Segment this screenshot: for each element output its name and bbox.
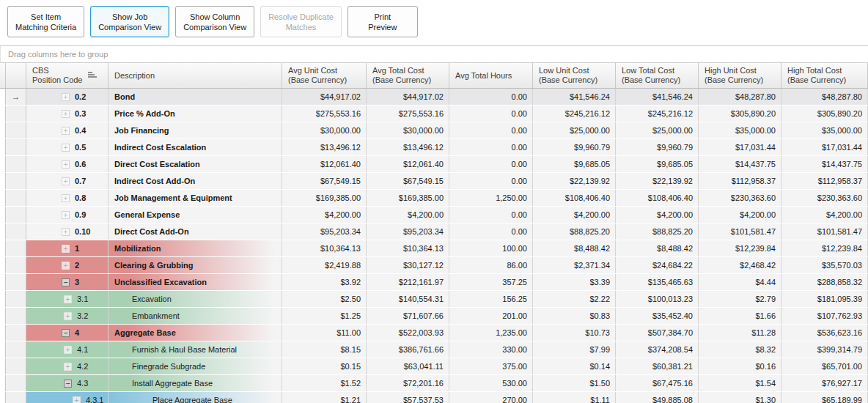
column-header-cbs[interactable]: CBS Position Code	[26, 63, 108, 88]
collapse-icon[interactable]: −	[62, 329, 70, 337]
show-job-comparison-view-button[interactable]: Show Job Comparison View	[90, 6, 169, 37]
row-0.8[interactable]: +0.8Job Management & Equipment$169,385.0…	[0, 190, 868, 207]
value-cell: $2,419.88	[282, 257, 367, 273]
column-header-avg-total-cost[interactable]: Avg Total Cost (Base Currency)	[367, 63, 449, 88]
cbs-position-cell: +0.7	[26, 173, 108, 189]
description-cell: Indirect Cost Escalation	[108, 139, 282, 155]
expand-icon[interactable]: +	[62, 228, 70, 236]
value-cell: $14,437.75	[781, 156, 868, 172]
description-cell: Direct Cost Add-On	[108, 223, 282, 240]
expand-icon[interactable]: +	[62, 194, 70, 202]
value-cell: 0.00	[449, 139, 533, 155]
row-0.9[interactable]: +0.9General Expense$4,200.00$4,200.000.0…	[0, 207, 868, 223]
expand-icon[interactable]: +	[62, 144, 70, 152]
row-indicator-cell	[6, 106, 26, 122]
cbs-position-cell: +3.2	[26, 308, 108, 324]
expand-icon[interactable]: +	[73, 396, 81, 403]
row-4.3.1[interactable]: +4.3.1Place Aggregate Base$1.21$57,537.5…	[0, 392, 868, 403]
value-cell: $67,475.16	[616, 375, 699, 391]
value-cell: $71,607.66	[367, 308, 449, 324]
expand-icon[interactable]: +	[64, 346, 72, 354]
row-4[interactable]: −4Aggregate Base$11.00$522,003.931,235.0…	[0, 325, 868, 341]
expand-icon[interactable]: +	[64, 363, 72, 371]
show-column-comparison-view-button[interactable]: Show Column Comparison View	[175, 6, 254, 37]
value-cell: $107,762.93	[781, 308, 868, 324]
description-cell: Place Aggregate Base	[108, 392, 282, 403]
row-left-strip	[0, 308, 6, 324]
row-4.1[interactable]: +4.1Furnish & Haul Base Material$8.15$38…	[0, 341, 868, 358]
column-header-high-total-cost[interactable]: High Total Cost (Base Currency)	[781, 63, 868, 88]
value-cell: $1.66	[699, 308, 781, 324]
row-left-strip	[0, 392, 6, 403]
column-header-low-unit-cost[interactable]: Low Unit Cost (Base Currency)	[533, 63, 616, 88]
value-cell: $1.50	[533, 375, 616, 391]
row-left-strip	[0, 173, 6, 189]
row-indicator-cell	[6, 308, 26, 324]
expand-icon[interactable]: +	[62, 93, 70, 101]
cbs-position-cell: +0.8	[26, 190, 108, 206]
value-cell: $24,684.22	[616, 257, 699, 273]
cbs-position-cell: +3.1	[26, 291, 108, 307]
expand-icon[interactable]: +	[62, 127, 70, 135]
value-cell: $9,960.79	[616, 139, 699, 155]
value-cell: 201.00	[449, 308, 533, 324]
print-preview-button[interactable]: Print Preview	[347, 6, 418, 37]
set-item-matching-criteria-button[interactable]: Set Item Matching Criteria	[7, 6, 84, 37]
row-left-strip	[0, 223, 6, 240]
expand-icon[interactable]: +	[62, 177, 70, 185]
value-cell: $4,200.00	[367, 207, 449, 223]
row-1[interactable]: +1Mobilization$10,364.13$10,364.13100.00…	[0, 240, 868, 257]
value-cell: $63,041.11	[367, 358, 449, 374]
position-code: 0.7	[75, 177, 86, 185]
collapse-icon[interactable]: −	[64, 380, 72, 388]
row-0.2[interactable]: →+0.2Bond$44,917.02$44,917.020.00$41,546…	[0, 89, 868, 106]
row-2[interactable]: +2Clearing & Grubbing$2,419.88$30,127.12…	[0, 257, 868, 274]
column-header-avg-total-hours[interactable]: Avg Total Hours	[449, 63, 533, 88]
expand-icon[interactable]: +	[62, 110, 70, 118]
cbs-position-cell: +4.2	[26, 358, 108, 374]
row-4.2[interactable]: +4.2Finegrade Subgrade$0.15$63,041.11375…	[0, 358, 868, 375]
value-cell: $8,488.42	[533, 240, 616, 256]
column-header-avg-unit-cost[interactable]: Avg Unit Cost (Base Currency)	[282, 63, 367, 88]
column-header-description[interactable]: Description	[108, 63, 282, 88]
value-cell: $48,287.80	[781, 89, 868, 105]
row-4.3[interactable]: −4.3Install Aggregate Base$1.52$72,201.1…	[0, 375, 868, 392]
expand-icon[interactable]: +	[62, 262, 70, 270]
row-3[interactable]: −3Unclassified Excavation$3.92$212,161.9…	[0, 274, 868, 291]
row-left-strip	[0, 207, 6, 223]
expand-icon[interactable]: +	[64, 312, 72, 320]
group-by-panel[interactable]: Drag columns here to group	[0, 46, 868, 62]
column-header-high-unit-cost[interactable]: High Unit Cost (Base Currency)	[699, 63, 781, 88]
row-3.1[interactable]: +3.1Excavation$2.50$140,554.31156.25$2.2…	[0, 291, 868, 308]
value-cell: $88,825.20	[533, 223, 616, 240]
position-code: 0.9	[75, 210, 86, 219]
value-cell: $25,000.00	[616, 122, 699, 138]
column-header-label: High Total Cost (Base Currency)	[787, 66, 846, 85]
toolbar: Set Item Matching Criteria Show Job Comp…	[0, 0, 868, 45]
value-cell: 330.00	[449, 341, 533, 358]
expand-icon[interactable]: +	[62, 160, 70, 169]
row-0.7[interactable]: +0.7Indirect Cost Add-On$67,549.15$67,54…	[0, 173, 868, 190]
value-cell: $60,381.21	[616, 358, 699, 374]
column-header-low-total-cost[interactable]: Low Total Cost (Base Currency)	[616, 63, 699, 88]
resolve-duplicate-matches-button[interactable]: Resolve Duplicate Matches	[260, 6, 342, 37]
value-cell: $1.30	[699, 392, 781, 403]
value-cell: $288,858.32	[781, 274, 868, 290]
row-0.6[interactable]: +0.6Direct Cost Escalation$12,061.40$12,…	[0, 156, 868, 173]
row-0.10[interactable]: +0.10Direct Cost Add-On$95,203.34$95,203…	[0, 223, 868, 240]
value-cell: $305,890.20	[781, 106, 868, 122]
value-cell: $169,385.00	[282, 190, 367, 206]
row-0.4[interactable]: +0.4Job Financing$30,000.00$30,000.000.0…	[0, 122, 868, 139]
row-indicator-cell	[6, 190, 26, 206]
cbs-position-cell: +0.5	[26, 139, 108, 155]
expand-icon[interactable]: +	[64, 295, 72, 303]
value-cell: $30,127.12	[367, 257, 449, 273]
collapse-icon[interactable]: −	[62, 278, 70, 286]
row-0.3[interactable]: +0.3Price % Add-On$275,553.16$275,553.16…	[0, 106, 868, 122]
row-3.2[interactable]: +3.2Embankment$1.25$71,607.66201.00$0.83…	[0, 308, 868, 325]
row-0.5[interactable]: +0.5Indirect Cost Escalation$13,496.12$1…	[0, 139, 868, 156]
value-cell: $108,406.40	[533, 190, 616, 206]
expand-icon[interactable]: +	[62, 245, 70, 253]
expand-icon[interactable]: +	[62, 211, 70, 219]
row-indicator-cell: →	[6, 89, 26, 105]
